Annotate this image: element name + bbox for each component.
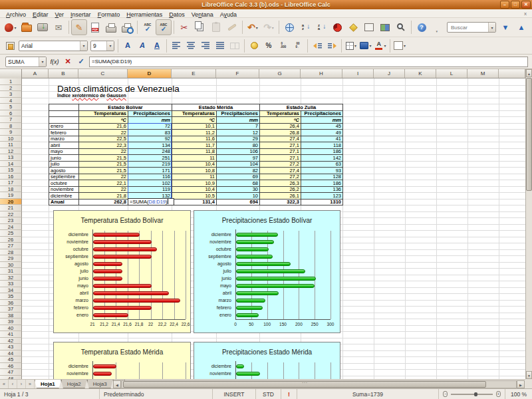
table-cell[interactable]: 27,4 [260, 136, 301, 143]
row-header-7[interactable]: 7 [0, 116, 22, 123]
table-cell[interactable]: 10,8 [172, 168, 217, 174]
table-cell[interactable]: 118 [301, 142, 343, 149]
table-cell[interactable]: 21,8 [79, 193, 128, 200]
table-cell[interactable]: 7 [217, 124, 260, 130]
find-down-button[interactable]: ▼ [497, 19, 513, 35]
dropdown-caret-icon[interactable]: ▾ [354, 43, 356, 48]
menu-archivo[interactable]: Archivo [3, 11, 29, 18]
row-header-48[interactable]: 48 [0, 376, 22, 380]
bold-button[interactable]: A [120, 39, 135, 53]
column-header-A[interactable]: A [22, 69, 49, 78]
undo-button[interactable]: ↶▾ [245, 19, 261, 35]
row-header-20[interactable]: 20 [0, 199, 22, 205]
cut-button[interactable]: ✂ [176, 19, 192, 35]
table-cell[interactable]: 22 [79, 130, 128, 136]
scroll-down-icon[interactable]: ▼ [526, 371, 532, 379]
row-header-22[interactable]: 22 [0, 211, 22, 218]
row-header-24[interactable]: 24 [0, 224, 22, 231]
table-cell[interactable]: 186 [301, 149, 343, 156]
first-sheet-icon[interactable]: « [0, 380, 9, 388]
table-cell[interactable]: 106 [217, 149, 260, 156]
spreadsheet-grid[interactable]: ABCDEFGHIJKLM123456789101112131415161718… [0, 69, 525, 379]
sort-ascending-button[interactable]: az [297, 19, 313, 35]
dropdown-caret-icon[interactable]: ▾ [404, 43, 406, 48]
gallery-button[interactable] [377, 19, 393, 35]
font-size-caret-icon[interactable]: ▾ [106, 41, 114, 51]
table-cell[interactable]: 27,1 [260, 155, 301, 162]
table-cell[interactable]: 26,8 [260, 130, 301, 136]
add-decimal-button[interactable]: 0→.000 [276, 39, 291, 53]
find-up-button[interactable]: ▲ [513, 19, 529, 35]
cell-editor[interactable]: =SUMA(D8:D19) [128, 198, 174, 205]
cancel-formula-icon[interactable]: ✕ [61, 56, 74, 68]
scroll-right-icon[interactable]: ▶ [517, 380, 525, 388]
accept-formula-icon[interactable]: ✓ [74, 56, 88, 68]
status-insert-mode[interactable]: INSERT [213, 389, 256, 399]
column-header-M[interactable]: M [467, 69, 499, 78]
dropdown-caret-icon[interactable]: ▾ [14, 25, 16, 30]
row-header-31[interactable]: 31 [0, 268, 22, 275]
table-cell[interactable]: 69 [217, 174, 260, 181]
zoom-in-icon[interactable]: + [496, 391, 501, 397]
chart-temperatura-estado-merida[interactable]: Temperatura Estado Mérida1010,51111,512e… [53, 342, 191, 379]
edit-file-button[interactable]: ✎ [71, 19, 87, 35]
email-button[interactable]: ✉ [51, 19, 66, 35]
new-document-button[interactable]: ▾ [3, 19, 19, 35]
row-header-35[interactable]: 35 [0, 293, 22, 300]
row-header-13[interactable]: 13 [0, 154, 22, 161]
table-cell[interactable]: 10,4 [172, 162, 217, 168]
table-cell[interactable]: 136 [301, 187, 343, 194]
chart-precipitaciones-estado-merida[interactable]: Precipitaciones Estado Mérida02040608010… [194, 342, 340, 379]
table-cell[interactable]: 322,3 [260, 200, 301, 206]
table-cell[interactable]: 26,4 [260, 124, 301, 130]
row-header-33[interactable]: 33 [0, 281, 22, 287]
draw-functions-button[interactable] [345, 19, 361, 35]
table-cell[interactable] [49, 104, 79, 111]
column-header-B[interactable]: B [49, 69, 78, 78]
month-label[interactable]: diciembre [49, 193, 79, 200]
format-currency-button[interactable] [247, 39, 261, 53]
select-all-corner[interactable] [0, 69, 22, 78]
table-cell[interactable]: mm [217, 117, 260, 124]
month-label[interactable]: octubre [49, 180, 79, 187]
row-header-36[interactable]: 36 [0, 300, 22, 307]
search-dropdown-caret-icon[interactable]: ▾ [488, 23, 495, 32]
align-center-button[interactable] [184, 39, 198, 53]
row-header-34[interactable]: 34 [0, 287, 22, 294]
dropdown-caret-icon[interactable]: ▾ [256, 25, 258, 30]
table-cell[interactable]: 22,5 [79, 136, 128, 143]
font-size-combo[interactable]: 9▾ [90, 41, 114, 51]
menu-formato[interactable]: Formato [94, 11, 124, 18]
row-header-42[interactable]: 42 [0, 338, 22, 344]
table-cell[interactable]: 10,5 [172, 193, 217, 200]
menu-datos[interactable]: Datos [166, 11, 188, 18]
table-cell[interactable]: 93 [301, 168, 343, 174]
table-cell[interactable]: Precipitaciones [128, 111, 172, 118]
background-color-button[interactable]: ▾ [358, 39, 373, 53]
minimize-button[interactable]: – [500, 1, 509, 9]
table-cell[interactable]: 10,9 [172, 180, 217, 187]
row-header-46[interactable]: 46 [0, 363, 22, 370]
row-header-6[interactable]: 6 [0, 110, 22, 117]
toolbar-overflow-button[interactable] [430, 19, 446, 35]
table-cell[interactable]: 21,6 [79, 124, 128, 130]
month-label[interactable]: agosto [49, 168, 79, 174]
column-header-G[interactable]: G [259, 69, 301, 78]
copy-button[interactable] [192, 19, 208, 35]
row-header-29[interactable]: 29 [0, 255, 22, 262]
search-input[interactable] [450, 24, 488, 31]
decrease-indent-button[interactable] [310, 39, 325, 53]
menu-ver[interactable]: Ver [52, 11, 68, 18]
borders-button[interactable]: ▾ [344, 39, 358, 53]
maximize-button[interactable]: □ [511, 1, 520, 9]
table-cell[interactable]: 21,5 [79, 162, 128, 168]
chart-precipitaciones-estado-bolivar[interactable]: Precipitaciones Estado Bolívar0501001502… [194, 210, 340, 333]
table-cell[interactable]: 63 [301, 162, 343, 168]
row-header-40[interactable]: 40 [0, 325, 22, 332]
italic-button[interactable]: A [135, 39, 150, 53]
font-color-button[interactable]: ▾ [373, 39, 388, 53]
month-label[interactable]: enero [49, 124, 79, 130]
table-cell[interactable]: mm [301, 117, 343, 124]
table-cell[interactable]: 186 [301, 180, 343, 187]
month-label[interactable]: febrero [49, 130, 79, 136]
